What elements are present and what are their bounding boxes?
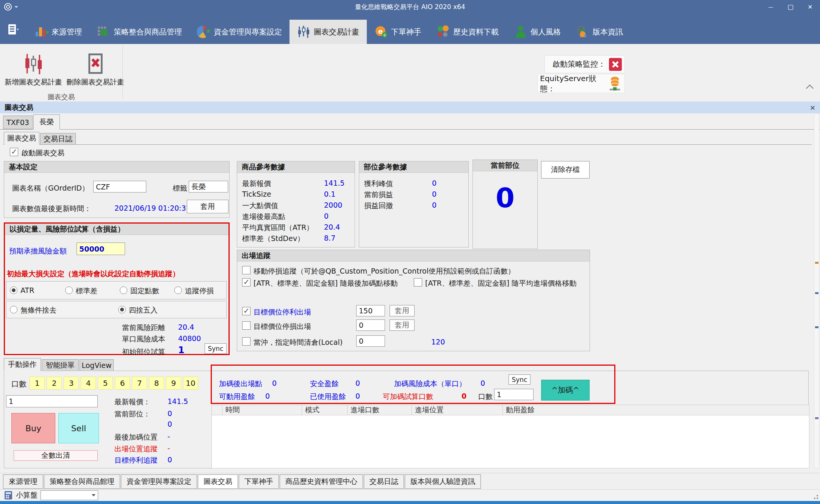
enable-chart-trading-checkbox[interactable]	[10, 148, 18, 156]
addon-sync-button[interactable]: Sync	[509, 374, 530, 385]
close-button[interactable]	[800, 0, 820, 14]
bottom-tab-source[interactable]: 來源管理	[3, 474, 43, 489]
panel-close-icon[interactable]	[810, 103, 815, 112]
daytrade-close-checkbox[interactable]	[242, 337, 250, 346]
quantity-input[interactable]	[6, 395, 98, 407]
expected-risk-input[interactable]	[77, 243, 125, 255]
risk-sync-button[interactable]: Sync	[205, 343, 227, 354]
addon-safe-value: 0	[355, 379, 360, 387]
svg-text:e: e	[378, 27, 383, 35]
ribbon-tab-order[interactable]: ee 下單神手	[367, 20, 429, 44]
coin-icon: ee	[374, 25, 388, 39]
new-chart-plan-button[interactable]: 新增圖表交易計畫	[3, 47, 64, 89]
ribbon-tab-fund[interactable]: 資金管理與專案設定	[189, 20, 290, 44]
tab-manual-operation[interactable]: 手動操作	[4, 358, 41, 371]
close-all-button[interactable]: 全數出清	[14, 450, 98, 461]
lot-button-1[interactable]: 1	[30, 377, 45, 390]
ribbon-tab-label: 策略整合與商品管理	[114, 27, 182, 37]
apply-basic-button[interactable]: 套用	[187, 200, 228, 213]
lot-button-4[interactable]: 4	[81, 377, 96, 390]
vertical-scrollbar[interactable]	[814, 114, 819, 468]
minimize-button[interactable]	[761, 0, 781, 14]
sell-button[interactable]: Sell	[58, 413, 99, 443]
lot-button-10[interactable]: 10	[183, 377, 198, 390]
bottom-tab-fund[interactable]: 資金管理與專案設定	[121, 474, 197, 489]
addon-risk-label: 加碼風險成本（單口）	[394, 379, 466, 389]
calculator-dropdown[interactable]	[41, 490, 98, 500]
ribbon-tab-label: 歷史資料下載	[453, 27, 499, 37]
resize-grip[interactable]	[812, 493, 818, 499]
apply-target-profit-button[interactable]: 套用	[390, 305, 415, 316]
target-stoploss-exit-checkbox[interactable]	[242, 321, 250, 330]
bottom-tab-trade-log[interactable]: 交易日誌	[364, 474, 404, 489]
bottom-tab-label: 資金管理與專案設定	[127, 477, 191, 487]
radio-fixed-points[interactable]	[120, 286, 127, 294]
ribbon-tab-version[interactable]: 版本資訊	[568, 20, 631, 44]
ribbon-tab-label: 版本資訊	[593, 27, 623, 37]
initial-position-value: 1	[178, 345, 185, 355]
bottom-tab-strategy[interactable]: 策略整合與商品館理	[44, 474, 120, 489]
target-profit-exit-checkbox[interactable]	[242, 307, 250, 315]
chart-name-input[interactable]	[93, 181, 146, 193]
equity-server-status-button[interactable]: EquityServer狀態：	[537, 74, 625, 93]
daytrade-time-input[interactable]	[356, 335, 385, 347]
lot-button-8[interactable]: 8	[149, 377, 164, 390]
bottom-tab-version-auth[interactable]: 版本與個人驗證資訊	[405, 474, 481, 489]
main-menu-button[interactable]	[5, 21, 22, 38]
lot-button-2[interactable]: 2	[47, 377, 62, 390]
table-col-selector[interactable]	[212, 405, 222, 415]
bottom-tab-chart-trading[interactable]: 圖表交易	[198, 474, 238, 489]
subtab-chart-trading[interactable]: 圖表交易	[4, 132, 39, 145]
delete-chart-plan-button[interactable]: 刪除圖表交易計畫	[65, 47, 126, 89]
table-col-used-surplus[interactable]: 動用盈餘	[503, 405, 809, 415]
daytrade-extra-value: 120	[431, 338, 445, 346]
radio-round-down[interactable]	[10, 306, 17, 313]
positions-table-body[interactable]	[211, 415, 809, 468]
bottom-tab-order[interactable]: 下單神手	[239, 474, 279, 489]
current-pl-label: 當前損益	[364, 190, 393, 200]
trailing-stop-checkbox[interactable]	[242, 266, 250, 274]
radio-round-half-up[interactable]	[118, 306, 126, 313]
bottom-tab-history-center[interactable]: 商品歷史資料管理中心	[280, 474, 363, 489]
radio-stddev[interactable]	[65, 286, 73, 294]
close-all-label: 全數出清	[41, 451, 70, 460]
bottom-accent-strip	[0, 501, 820, 504]
lot-button-3[interactable]: 3	[64, 377, 79, 390]
table-col-entry-position[interactable]: 進場位置	[412, 405, 503, 415]
apply-target-stoploss-button[interactable]: 套用	[390, 319, 415, 331]
add-position-button[interactable]: ^加碼^	[541, 380, 590, 401]
table-col-mode[interactable]: 模式	[302, 405, 347, 415]
tab-smart-order[interactable]: 智能掛單	[42, 359, 79, 371]
maximize-button[interactable]	[781, 0, 800, 14]
ribbon-tab-strategy[interactable]: 策略整合與商品管理	[89, 20, 189, 44]
tag-input[interactable]	[189, 181, 228, 193]
radio-trailing-stop[interactable]	[174, 286, 182, 294]
clear-archive-button[interactable]: 清除存檔	[541, 161, 590, 178]
target-stoploss-input[interactable]	[356, 319, 385, 331]
chart-tab-evergreen[interactable]: 長榮	[33, 114, 60, 130]
strategy-monitor-button[interactable]: 啟動策略監控：	[545, 55, 625, 73]
latest-quote-value: 141.5	[324, 179, 344, 187]
tab-logview[interactable]: LogView	[80, 359, 114, 371]
ribbon-tab-history[interactable]: 歷史資料下載	[429, 20, 506, 44]
lot-button-7[interactable]: 7	[132, 377, 147, 390]
ribbon-tab-source[interactable]: 來源管理	[27, 20, 89, 44]
buy-button[interactable]: Buy	[11, 413, 55, 443]
radio-atr[interactable]	[10, 286, 17, 294]
table-col-entry-lots[interactable]: 進場口數	[347, 405, 412, 415]
ribbon-tab-chart-plan[interactable]: 圖表交易計畫	[290, 20, 367, 44]
follow-avg-price-checkbox[interactable]	[414, 278, 422, 286]
chart-tab-txf03[interactable]: TXF03	[3, 116, 33, 129]
lot-button-5[interactable]: 5	[98, 377, 113, 390]
collapse-ribbon-icon[interactable]	[806, 85, 814, 92]
follow-last-add-checkbox[interactable]	[242, 278, 250, 286]
addon-risk-value: 0	[480, 379, 485, 387]
target-profit-input[interactable]	[356, 305, 385, 316]
table-col-time[interactable]: 時間	[222, 405, 302, 415]
subtab-trade-log[interactable]: 交易日誌	[40, 133, 76, 145]
addon-lots-input[interactable]	[494, 389, 534, 400]
info-exit-tracking-label: 出場位置追蹤	[114, 444, 158, 454]
lot-button-6[interactable]: 6	[115, 377, 130, 390]
ribbon-tab-personal[interactable]: 個人風格	[506, 20, 568, 44]
lot-button-9[interactable]: 9	[166, 377, 181, 390]
